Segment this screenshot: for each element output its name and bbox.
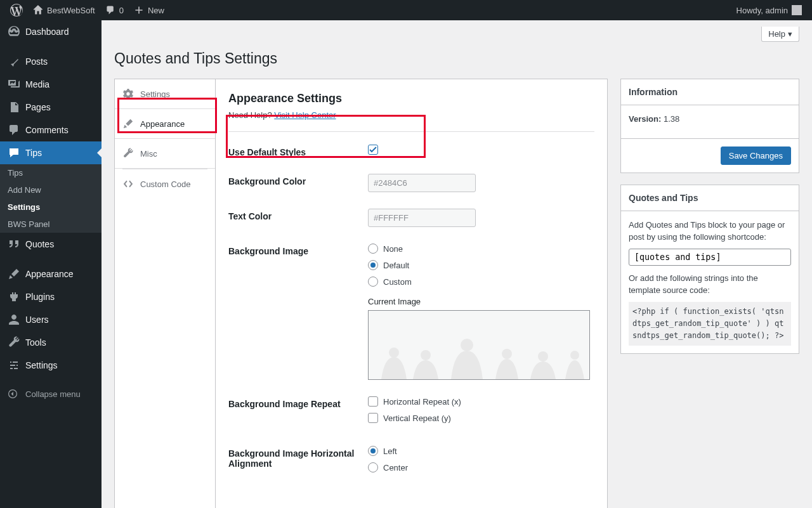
sliders-icon (8, 359, 20, 372)
menu-media[interactable]: Media (0, 73, 102, 96)
tab-misc[interactable]: Misc (115, 139, 215, 169)
wrench-icon (122, 148, 134, 159)
postbox-qt-title: Quotes and Tips (621, 185, 799, 211)
collapse-menu[interactable]: Collapse menu (0, 384, 102, 404)
menu-pages[interactable]: Pages (0, 96, 102, 119)
menu-quotes[interactable]: Quotes (0, 233, 102, 256)
submenu-settings[interactable]: Settings (0, 199, 102, 216)
php-code-block: <?php if ( function_exists( 'qtsndtps_ge… (629, 302, 791, 346)
code-icon (122, 178, 134, 190)
site-name: BestWebSoft (47, 6, 95, 15)
svg-point-4 (502, 349, 512, 359)
submenu-bws-panel[interactable]: BWS Panel (0, 216, 102, 233)
submenu-tips-all[interactable]: Tips (0, 164, 102, 181)
media-icon (8, 78, 20, 91)
check-icon (369, 146, 377, 153)
menu-tools[interactable]: Tools (0, 331, 102, 354)
menu-comments[interactable]: Comments (0, 119, 102, 141)
page-icon (8, 101, 20, 114)
account-link[interactable]: Howdy, admin (731, 0, 807, 20)
svg-point-1 (389, 348, 399, 358)
menu-settings[interactable]: Settings (0, 354, 102, 377)
submenu-add-new[interactable]: Add New (0, 181, 102, 199)
need-help: Need Help? Visit Help Center (228, 110, 594, 120)
collapse-icon (8, 389, 20, 399)
submenu-tips: Tips Add New Settings BWS Panel (0, 164, 102, 233)
brush-icon (122, 118, 134, 129)
tab-settings[interactable]: Settings (115, 79, 215, 109)
radio-bgimg-custom[interactable]: Custom (368, 277, 594, 287)
comment-icon (105, 5, 115, 15)
tab-custom-code[interactable]: Custom Code (115, 169, 215, 199)
page-title: Quotes and Tips Settings (114, 44, 799, 70)
new-label: New (148, 6, 164, 15)
checkbox-use-default-styles[interactable] (368, 145, 378, 155)
chevron-down-icon: ▾ (788, 29, 792, 39)
tips-icon (8, 147, 20, 159)
label-bg-repeat: Background Image Repeat (228, 396, 368, 409)
image-preview (368, 310, 590, 380)
postbox-info-title: Information (621, 79, 799, 105)
admin-sidebar: Dashboard Posts Media Pages Comments Tip… (0, 20, 102, 508)
menu-dashboard[interactable]: Dashboard (0, 20, 102, 43)
menu-plugins[interactable]: Plugins (0, 285, 102, 308)
settings-tabs: Settings Appearance Misc Custom Code (114, 79, 216, 508)
comments-link[interactable]: 0 (100, 0, 129, 20)
shortcode-input[interactable] (629, 249, 791, 266)
wp-logo[interactable] (5, 0, 28, 20)
gear-icon (122, 88, 134, 100)
svg-point-6 (570, 351, 579, 360)
quote-icon (8, 238, 20, 251)
svg-point-3 (461, 339, 473, 351)
menu-posts[interactable]: Posts (0, 50, 102, 73)
input-text-color[interactable] (368, 209, 476, 227)
svg-point-2 (421, 350, 431, 360)
label-current-image: Current Image (368, 297, 594, 306)
postbox-information: Information Version: 1.38 Save Changes (620, 79, 799, 173)
user-icon (8, 313, 20, 326)
comments-count: 0 (119, 6, 124, 15)
input-background-color[interactable] (368, 174, 476, 192)
site-home-link[interactable]: BestWebSoft (28, 0, 100, 20)
radio-align-center[interactable]: Center (368, 462, 594, 472)
help-center-link[interactable]: Visit Help Center (274, 110, 336, 120)
plugin-icon (8, 290, 20, 303)
home-icon (33, 5, 43, 15)
radio-bgimg-none[interactable]: None (368, 244, 594, 254)
checkbox-repeat-v[interactable]: Vertical Repeat (y) (368, 413, 594, 423)
brush-icon (8, 268, 20, 280)
label-text-color: Text Color (228, 209, 368, 221)
wrench-icon (8, 336, 20, 349)
section-title: Appearance Settings (228, 92, 594, 105)
qt-or-text: Or add the following strings into the te… (629, 272, 791, 297)
plus-icon (134, 5, 144, 15)
label-background-image: Background Image (228, 244, 368, 256)
menu-appearance[interactable]: Appearance (0, 263, 102, 285)
radio-bgimg-default[interactable]: Default (368, 260, 594, 270)
settings-panel: Appearance Settings Need Help? Visit Hel… (216, 79, 608, 508)
menu-tips[interactable]: Tips (0, 141, 102, 164)
dashboard-icon (8, 25, 20, 38)
checkbox-repeat-h[interactable]: Horizontal Repeat (x) (368, 396, 594, 407)
postbox-quotes-tips: Quotes and Tips Add Quotes and Tips bloc… (620, 185, 799, 355)
label-background-color: Background Color (228, 174, 368, 186)
help-tab[interactable]: Help ▾ (761, 27, 799, 42)
save-button[interactable]: Save Changes (721, 147, 791, 165)
radio-align-left[interactable]: Left (368, 446, 594, 456)
label-bg-align-h: Background Image Horizontal Alignment (228, 446, 368, 469)
label-use-default-styles: Use Default Styles (228, 145, 368, 157)
avatar (792, 5, 802, 15)
pin-icon (8, 55, 20, 68)
qt-intro: Add Quotes and Tips block to your page o… (629, 219, 791, 244)
tab-appearance[interactable]: Appearance (115, 109, 215, 139)
svg-point-5 (538, 351, 548, 361)
new-content-link[interactable]: New (129, 0, 169, 20)
comment-icon (8, 124, 20, 136)
menu-users[interactable]: Users (0, 308, 102, 331)
howdy-text: Howdy, admin (737, 6, 788, 15)
